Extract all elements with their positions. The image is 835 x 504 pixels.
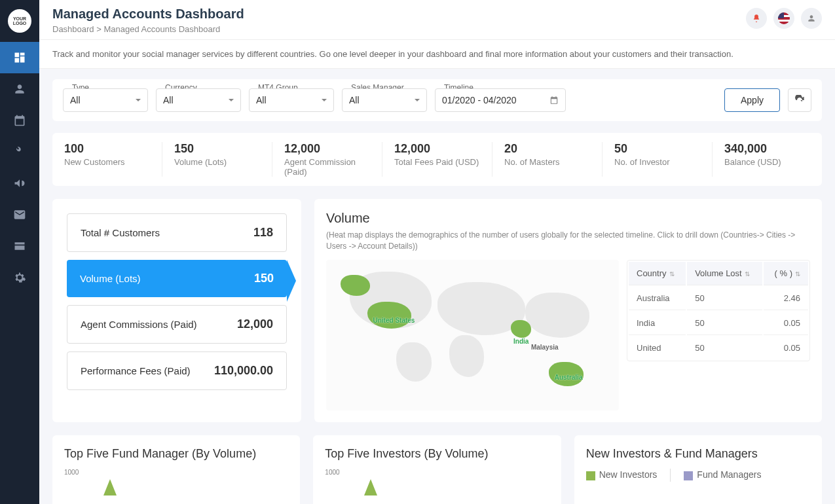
- kpi-item: 340,000Balance (USD): [713, 142, 822, 177]
- nav-mail[interactable]: [0, 199, 39, 230]
- stat-value: 118: [253, 226, 273, 240]
- stat-card[interactable]: Total # Customers118: [67, 213, 287, 252]
- volume-table: Country⇅ Volume Lost⇅ ( % )⇅ Australia50…: [627, 260, 810, 361]
- fund-manager-title: Top Five Fund Manager (By Volume): [64, 447, 288, 461]
- investors-chart: [325, 476, 549, 495]
- kpi-value: 12,000: [394, 142, 480, 156]
- refresh-button[interactable]: [788, 88, 811, 112]
- filter-timeline[interactable]: 01/2020 - 04/2020: [435, 88, 566, 112]
- filter-sales[interactable]: All: [342, 88, 427, 112]
- kpi-item: 150Volume (Lots): [162, 142, 272, 177]
- stat-card[interactable]: Performance Fees (Paid)110,000.00: [67, 351, 287, 390]
- stat-label: Volume (Lots): [80, 273, 141, 284]
- stat-card[interactable]: Volume (Lots)150: [67, 260, 287, 297]
- breadcrumb: Dashboard > Managed Accounts Dashboard: [52, 24, 822, 34]
- top-investors-card: Top Five Investors (By Volume) 1000: [313, 435, 561, 504]
- kpi-label: New Customers: [64, 157, 150, 167]
- nav-announce[interactable]: [0, 168, 39, 199]
- world-heatmap[interactable]: United States India Malaysia Australia: [326, 260, 619, 410]
- kpi-item: 20No. of Masters: [492, 142, 603, 177]
- stat-value: 150: [254, 272, 274, 285]
- cell-country: United: [629, 336, 686, 359]
- kpi-label: No. of Masters: [504, 157, 590, 167]
- filter-type[interactable]: All: [63, 88, 148, 112]
- filter-mt4[interactable]: All: [249, 88, 334, 112]
- nav-calendar[interactable]: [0, 105, 39, 136]
- investors-title: Top Five Investors (By Volume): [325, 447, 549, 461]
- page-description: Track and monitor your social manager se…: [39, 40, 835, 69]
- cell-country: Australia: [629, 287, 686, 310]
- stat-label: Total # Customers: [81, 227, 160, 238]
- table-row[interactable]: United500.05: [629, 336, 808, 359]
- th-country[interactable]: Country⇅: [629, 262, 686, 285]
- volume-description: (Heat map displays the demographics of t…: [326, 230, 810, 252]
- refresh-icon: [794, 95, 805, 105]
- nav-settings[interactable]: [0, 262, 39, 293]
- kpi-value: 100: [64, 142, 150, 156]
- fund-manager-chart: [64, 476, 288, 495]
- kpi-label: Agent Commission (Paid): [284, 157, 370, 177]
- kpi-item: 12,000Agent Commission (Paid): [272, 142, 382, 177]
- calendar-icon: [549, 96, 559, 105]
- page-title: Managed Accounts Dashboard: [52, 7, 822, 22]
- volume-title: Volume: [326, 211, 810, 226]
- y-axis-max: 1000: [325, 469, 549, 476]
- map-label-us: United States: [373, 317, 415, 324]
- stat-card[interactable]: Agent Commissions (Paid)12,000: [67, 305, 287, 344]
- logo: YOUR LOGO: [8, 9, 31, 33]
- stat-label: Performance Fees (Paid): [81, 365, 191, 376]
- new-investors-card: New Investors & Fund Managers New Invest…: [574, 435, 822, 504]
- legend-fund-managers: Fund Managers: [684, 469, 761, 480]
- cell-country: India: [629, 312, 686, 335]
- cell-percent: 2.46: [764, 287, 808, 310]
- kpi-item: 100New Customers: [52, 142, 162, 177]
- filter-bar: Type All Currency All MT4 Group All Sale…: [52, 79, 822, 121]
- nav-dashboard[interactable]: [0, 42, 39, 73]
- header: Managed Accounts Dashboard Dashboard > M…: [39, 0, 835, 40]
- kpi-value: 50: [614, 142, 700, 156]
- th-percent[interactable]: ( % )⇅: [764, 262, 808, 285]
- kpi-label: Balance (USD): [724, 157, 810, 167]
- kpi-row: 100New Customers150Volume (Lots)12,000Ag…: [52, 133, 822, 186]
- nav-tools[interactable]: [0, 136, 39, 168]
- stat-value: 110,000.00: [214, 364, 273, 378]
- kpi-value: 150: [174, 142, 260, 156]
- apply-button[interactable]: Apply: [724, 88, 780, 112]
- map-label-malaysia: Malaysia: [531, 344, 559, 351]
- stat-label: Agent Commissions (Paid): [81, 319, 197, 330]
- cell-percent: 0.05: [764, 312, 808, 335]
- legend-new-investors: New Investors: [586, 469, 658, 480]
- kpi-value: 20: [504, 142, 590, 156]
- cell-volume: 50: [687, 336, 762, 359]
- kpi-value: 340,000: [724, 142, 810, 156]
- map-label-australia: Australia: [555, 374, 583, 381]
- cell-volume: 50: [687, 287, 762, 310]
- nav-reports[interactable]: [0, 230, 39, 262]
- top-fund-manager-card: Top Five Fund Manager (By Volume) 1000: [52, 435, 300, 504]
- kpi-label: Total Fees Paid (USD): [394, 157, 480, 167]
- kpi-label: No. of Investor: [614, 157, 700, 167]
- volume-card: Volume (Heat map displays the demographi…: [314, 199, 822, 422]
- table-row[interactable]: India500.05: [629, 312, 808, 335]
- stat-value: 12,000: [237, 317, 273, 331]
- kpi-label: Volume (Lots): [174, 157, 260, 167]
- y-axis-max: 1000: [64, 469, 288, 476]
- nav-users[interactable]: [0, 73, 39, 105]
- sidebar: YOUR LOGO: [0, 0, 39, 504]
- th-volume-lost[interactable]: Volume Lost⇅: [687, 262, 762, 285]
- stat-column: Total # Customers118Volume (Lots)150Agen…: [52, 199, 301, 422]
- cell-percent: 0.05: [764, 336, 808, 359]
- notification-icon[interactable]: [746, 8, 767, 29]
- map-label-india: India: [513, 338, 529, 345]
- locale-flag-icon[interactable]: [773, 8, 794, 29]
- cell-volume: 50: [687, 312, 762, 335]
- table-row[interactable]: Australia502.46: [629, 287, 808, 310]
- breadcrumb-current: Managed Accounts Dashboard: [103, 24, 220, 34]
- kpi-item: 50No. of Investor: [603, 142, 713, 177]
- kpi-value: 12,000: [284, 142, 370, 156]
- profile-icon[interactable]: [801, 8, 822, 29]
- breadcrumb-root[interactable]: Dashboard: [52, 24, 94, 34]
- kpi-item: 12,000Total Fees Paid (USD): [382, 142, 492, 177]
- filter-currency[interactable]: All: [156, 88, 241, 112]
- new-investors-title: New Investors & Fund Managers: [586, 447, 810, 461]
